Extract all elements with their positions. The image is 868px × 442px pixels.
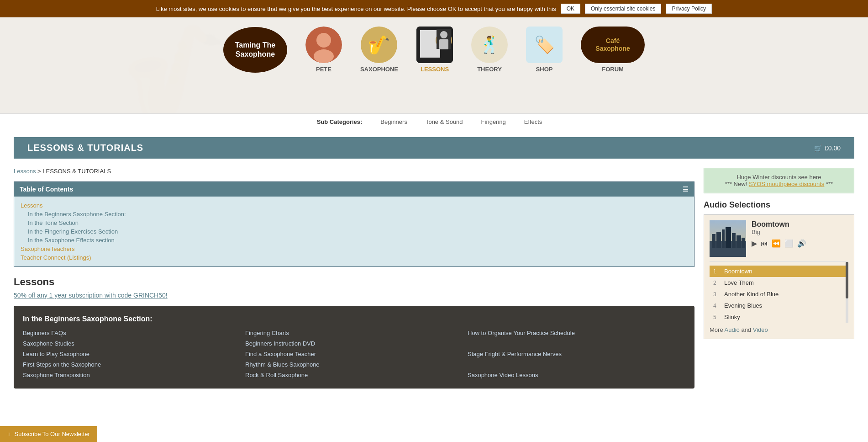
audio-info: Boomtown Big xyxy=(752,220,848,248)
svg-rect-17 xyxy=(736,235,741,248)
audio-more: More Audio and Video xyxy=(710,326,848,333)
playlist-item-3[interactable]: 3 Another Kind of Blue xyxy=(710,288,848,300)
playlist-scroll-thumb xyxy=(846,262,848,298)
link-transposition[interactable]: Saxophone Transposition xyxy=(23,371,241,379)
left-content: Lessons > LESSONS & TUTORIALS Table of C… xyxy=(14,168,694,389)
playlist-scrollbar[interactable] xyxy=(846,262,848,323)
toc-toggle-icon[interactable] xyxy=(683,186,689,193)
page-header-bar: LESSONS & TUTORIALS £0.00 xyxy=(14,137,854,159)
audio-play-button[interactable] xyxy=(752,239,757,248)
cart-area[interactable]: £0.00 xyxy=(814,144,841,152)
promo-text: 50% off any 1 year subscription with cod… xyxy=(14,292,694,299)
more-audio-link[interactable]: Audio xyxy=(725,326,740,333)
audio-player-box: Boomtown Big 1 Boomtow xyxy=(704,214,854,339)
promo-end: *** xyxy=(826,181,833,187)
cart-total: £0.00 xyxy=(825,144,841,152)
audio-track-artist: Big xyxy=(752,229,848,235)
link-beginners-faqs[interactable]: Beginners FAQs xyxy=(23,329,241,337)
toc-sub-section: In the Beginners Saxophone Section: In t… xyxy=(21,210,688,245)
grid-spacer-1 xyxy=(468,339,685,348)
cookie-message: Like most sites, we use cookies to ensur… xyxy=(156,5,556,12)
toc-item-beginners[interactable]: In the Beginners Saxophone Section: xyxy=(28,210,688,218)
audio-controls xyxy=(752,239,848,248)
header: 🎷 Taming The Saxophone PETE xyxy=(0,17,868,113)
toc-item-teachers[interactable]: SaxophoneTeachers xyxy=(21,245,688,253)
sub-navigation: Sub Categories: Beginners Tone & Sound F… xyxy=(0,113,868,130)
svg-rect-15 xyxy=(726,227,731,248)
toc-item-teacher-connect[interactable]: Teacher Connect (Listings) xyxy=(21,253,688,262)
promo-line1: Huge Winter discounts see here xyxy=(710,174,848,181)
link-stage-fright[interactable]: Stage Fright & Performance Nerves xyxy=(468,350,685,358)
right-sidebar: Huge Winter discounts see here *** New! … xyxy=(704,168,854,389)
toc-item-lessons[interactable]: Lessons xyxy=(21,201,688,210)
link-video-lessons[interactable]: Saxophone Video Lessons xyxy=(468,371,685,379)
link-beginners-dvd[interactable]: Beginners Instruction DVD xyxy=(245,339,463,348)
link-first-steps[interactable]: First Steps on the Saxophone xyxy=(23,360,241,369)
link-sax-studies[interactable]: Saxophone Studies xyxy=(23,339,241,348)
breadcrumb-lessons[interactable]: Lessons xyxy=(14,168,36,175)
toc-item-fingering[interactable]: In the Fingering Exercises Section xyxy=(28,227,688,236)
beginners-box: In the Beginners Saxophone Section: Begi… xyxy=(14,306,694,389)
audio-prev-button[interactable] xyxy=(761,240,768,248)
audio-volume-button[interactable] xyxy=(797,239,806,248)
cookie-essential-button[interactable]: Only essential site cookies xyxy=(585,4,661,14)
beginners-links-grid: Beginners FAQs Fingering Charts How to O… xyxy=(23,329,685,379)
link-rock-roll[interactable]: Rock & Roll Saxophone xyxy=(245,371,463,379)
svg-rect-16 xyxy=(732,233,736,248)
sub-nav-tone-sound[interactable]: Tone & Sound xyxy=(416,117,472,126)
audio-fullscreen-button[interactable] xyxy=(784,239,794,248)
link-find-teacher[interactable]: Find a Saxophone Teacher xyxy=(245,350,463,358)
audio-section: Audio Selections xyxy=(704,200,854,339)
lessons-title: Lessons xyxy=(14,276,694,288)
promo-line2: *** New! SYOS mouthpiece discounts *** xyxy=(710,181,848,187)
breadcrumb-current: LESSONS & TUTORIALS xyxy=(42,168,111,175)
promo-link[interactable]: 50% off any 1 year subscription with cod… xyxy=(14,292,168,299)
sub-nav-fingering[interactable]: Fingering xyxy=(472,117,515,126)
breadcrumb-separator: > xyxy=(37,168,42,175)
svg-text:🎷: 🎷 xyxy=(116,17,239,113)
cookie-privacy-button[interactable]: Privacy Policy xyxy=(666,4,712,14)
toc-body: Lessons In the Beginners Saxophone Secti… xyxy=(14,197,694,266)
cart-icon xyxy=(814,144,822,152)
grid-spacer-2 xyxy=(468,360,685,369)
track-num-4: 4 xyxy=(713,303,721,309)
toc-header: Table of Contents xyxy=(14,182,694,197)
audio-rewind-button[interactable] xyxy=(772,239,781,248)
more-video-link[interactable]: Video xyxy=(753,326,768,333)
toc-title: Table of Contents xyxy=(20,186,73,193)
audio-thumbnail xyxy=(710,220,746,257)
link-fingering-charts[interactable]: Fingering Charts xyxy=(245,329,463,337)
toc-item-tone[interactable]: In the Tone Section xyxy=(28,218,688,227)
audio-player-inner: Boomtown Big xyxy=(710,220,848,257)
playlist-item-2[interactable]: 2 Love Them xyxy=(710,277,848,288)
playlist-item-5[interactable]: 5 Slinky xyxy=(710,311,848,323)
sidebar-promo: Huge Winter discounts see here *** New! … xyxy=(704,168,854,193)
table-of-contents: Table of Contents Lessons In the Beginne… xyxy=(14,181,694,267)
track-num-2: 2 xyxy=(713,280,721,286)
svg-rect-18 xyxy=(742,238,745,248)
beginners-box-title: In the Beginners Saxophone Section: xyxy=(23,315,685,323)
sub-nav-effects[interactable]: Effects xyxy=(515,117,552,126)
more-text: More xyxy=(710,326,723,333)
sub-nav-beginners[interactable]: Beginners xyxy=(371,117,416,126)
track-label-5: Slinky xyxy=(724,314,740,320)
promo-syos-link[interactable]: SYOS mouthpiece discounts xyxy=(749,181,824,187)
toc-item-effects[interactable]: In the Saxophone Effects section xyxy=(28,236,688,245)
svg-rect-13 xyxy=(716,232,721,248)
page-title: LESSONS & TUTORIALS xyxy=(27,143,143,153)
track-label-3: Another Kind of Blue xyxy=(724,291,779,298)
svg-rect-14 xyxy=(722,229,725,248)
main-content: Lessons > LESSONS & TUTORIALS Table of C… xyxy=(0,159,868,398)
cookie-ok-button[interactable]: OK xyxy=(561,4,580,14)
audio-section-title: Audio Selections xyxy=(704,200,854,210)
breadcrumb: Lessons > LESSONS & TUTORIALS xyxy=(14,168,694,175)
link-rhythm-blues[interactable]: Rhythm & Blues Saxophone xyxy=(245,360,463,369)
track-num-5: 5 xyxy=(713,314,721,320)
track-label-4: Evening Blues xyxy=(724,302,762,309)
link-learn-to-play[interactable]: Learn to Play Saxophone xyxy=(23,350,241,358)
promo-new: *** New! xyxy=(725,181,747,187)
link-organise-practice[interactable]: How to Organise Your Practice Schedule xyxy=(468,329,685,337)
playlist-item-4[interactable]: 4 Evening Blues xyxy=(710,300,848,311)
track-label-2: Love Them xyxy=(724,279,754,286)
playlist-item-1[interactable]: 1 Boomtown xyxy=(710,266,848,277)
